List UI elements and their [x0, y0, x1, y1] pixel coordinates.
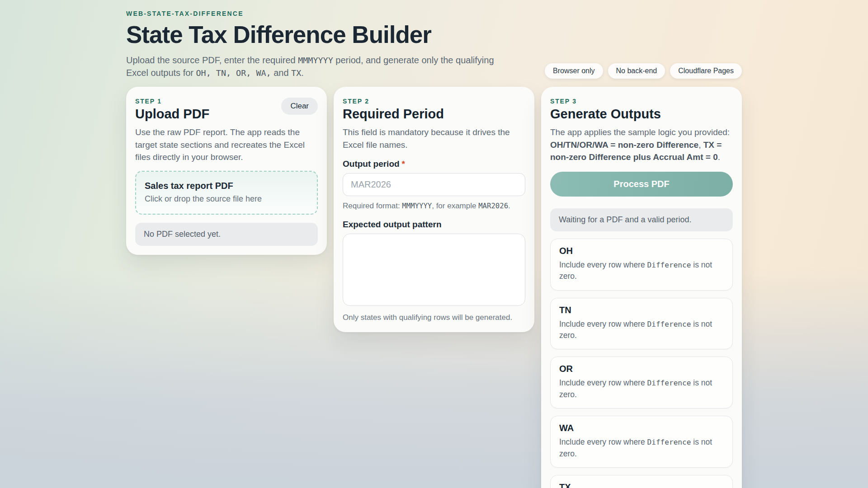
step3-generate-outputs-card: STEP 3 Generate Outputs The app applies …	[541, 87, 742, 488]
step1-label: STEP 1	[135, 98, 209, 105]
state-rule: Include every row where Difference is no…	[559, 436, 724, 460]
required-asterisk: *	[402, 159, 405, 169]
badge-browser-only: Browser only	[545, 63, 603, 79]
state-card: TN Include every row where Difference is…	[550, 298, 733, 350]
state-code: OR	[559, 364, 724, 374]
page-subtitle: Upload the source PDF, enter the require…	[126, 54, 508, 80]
state-code: OH	[559, 246, 724, 256]
badge-cloudflare-pages: Cloudflare Pages	[670, 63, 742, 79]
process-pdf-button[interactable]: Process PDF	[550, 172, 733, 197]
step3-label: STEP 3	[550, 98, 733, 105]
state-code: TN	[559, 305, 724, 315]
badge-row: Browser only No back-end Cloudflare Page…	[545, 63, 742, 79]
output-period-input[interactable]	[343, 173, 525, 196]
badge-no-backend: No back-end	[608, 63, 665, 79]
dropzone-hint: Click or drop the source file here	[145, 194, 308, 204]
state-card: TX Include only rows where Difference is…	[550, 475, 733, 488]
state-code: WA	[559, 423, 724, 433]
step2-title: Required Period	[343, 107, 525, 122]
process-status: Waiting for a PDF and a valid period.	[550, 208, 733, 231]
step1-card-head: STEP 1 Upload PDF Clear	[135, 98, 318, 126]
expected-output-pattern-label: Expected output pattern	[343, 220, 525, 230]
step2-required-period-card: STEP 2 Required Period This field is man…	[334, 87, 534, 332]
pdf-dropzone[interactable]: Sales tax report PDF Click or drop the s…	[135, 171, 318, 215]
clear-button[interactable]: Clear	[281, 98, 318, 115]
state-card: OR Include every row where Difference is…	[550, 357, 733, 408]
state-card: OH Include every row where Difference is…	[550, 239, 733, 291]
state-card-list: OH Include every row where Difference is…	[550, 239, 733, 488]
state-rule: Include every row where Difference is no…	[559, 259, 724, 282]
expected-output-pattern-textarea[interactable]	[343, 234, 525, 306]
dropzone-title: Sales tax report PDF	[145, 181, 308, 191]
app-eyebrow: WEB-STATE-TAX-DIFFERENCE	[126, 10, 742, 17]
step3-description: The app applies the sample logic you pro…	[550, 126, 733, 164]
step1-title: Upload PDF	[135, 107, 209, 122]
header: WEB-STATE-TAX-DIFFERENCE State Tax Diffe…	[126, 10, 742, 80]
state-card: WA Include every row where Difference is…	[550, 416, 733, 468]
page-title: State Tax Difference Builder	[126, 21, 742, 48]
output-period-hint: Required format: MMMYYYY, for example MA…	[343, 201, 525, 211]
step2-description: This field is mandatory because it drive…	[343, 126, 525, 151]
output-period-label: Output period*	[343, 159, 525, 169]
pattern-hint: Only states with qualifying rows will be…	[343, 312, 525, 323]
output-period-label-text: Output period	[343, 159, 400, 169]
step1-upload-pdf-card: STEP 1 Upload PDF Clear Use the raw PDF …	[126, 87, 327, 255]
step3-title: Generate Outputs	[550, 107, 733, 122]
step1-description: Use the raw PDF report. The app reads th…	[135, 126, 318, 164]
state-code: TX	[559, 482, 724, 488]
step2-label: STEP 2	[343, 98, 525, 105]
pdf-status: No PDF selected yet.	[135, 223, 318, 246]
state-rule: Include every row where Difference is no…	[559, 377, 724, 400]
page: WEB-STATE-TAX-DIFFERENCE State Tax Diffe…	[126, 0, 742, 488]
steps-grid: STEP 1 Upload PDF Clear Use the raw PDF …	[126, 87, 742, 488]
state-rule: Include every row where Difference is no…	[559, 319, 724, 342]
